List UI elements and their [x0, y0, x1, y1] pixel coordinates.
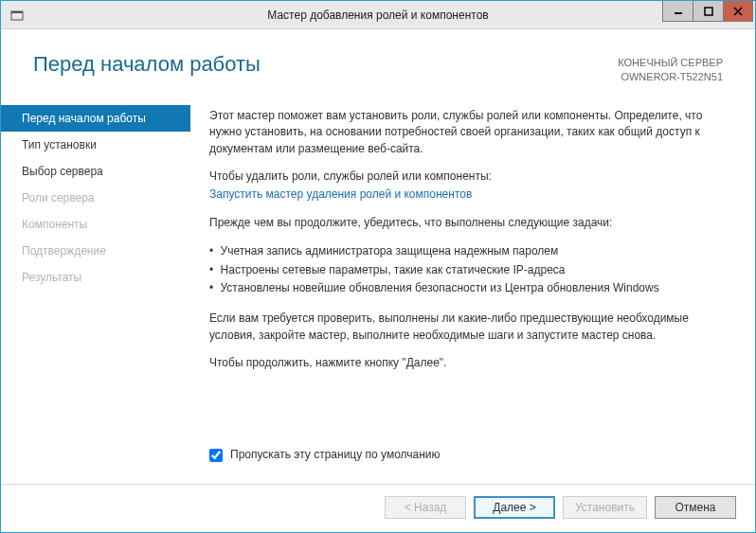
- step-before-you-begin[interactable]: Перед началом работы: [1, 105, 190, 132]
- skip-label: Пропускать эту страницу по умолчанию: [230, 447, 441, 463]
- server-label: КОНЕЧНЫЙ СЕРВЕР: [618, 56, 723, 70]
- sidebar: Перед началом работы Тип установки Выбор…: [1, 94, 190, 484]
- maximize-button[interactable]: [693, 1, 723, 22]
- step-results: Результаты: [1, 264, 190, 291]
- skip-row: Пропускать эту страницу по умолчанию: [209, 447, 723, 463]
- prereq-intro: Прежде чем вы продолжите, убедитесь, что…: [209, 215, 723, 231]
- server-name: OWNEROR-T522N51: [618, 70, 723, 84]
- intro-text: Этот мастер поможет вам установить роли,…: [209, 108, 723, 157]
- step-installation-type[interactable]: Тип установки: [1, 132, 190, 158]
- skip-checkbox[interactable]: [209, 449, 223, 462]
- cancel-button[interactable]: Отмена: [655, 496, 736, 519]
- prereq-item: Настроены сетевые параметры, такие как с…: [209, 261, 723, 279]
- continue-text: Чтобы продолжить, нажмите кнопку "Далее"…: [209, 355, 723, 371]
- minimize-button[interactable]: [662, 1, 693, 22]
- server-info: КОНЕЧНЫЙ СЕРВЕР OWNEROR-T522N51: [618, 56, 723, 85]
- next-button[interactable]: Далее >: [474, 496, 555, 519]
- svg-rect-3: [705, 8, 712, 15]
- svg-rect-1: [11, 11, 23, 13]
- titlebar: Мастер добавления ролей и компонентов: [1, 1, 755, 29]
- prereq-item: Учетная запись администратора защищена н…: [209, 242, 723, 260]
- close-button[interactable]: [723, 1, 753, 22]
- footer: < Назад Далее > Установить Отмена: [1, 484, 755, 532]
- window-title: Мастер добавления ролей и компонентов: [1, 9, 755, 22]
- back-button: < Назад: [385, 496, 466, 519]
- page-title: Перед началом работы: [33, 52, 261, 77]
- content: Этот мастер поможет вам установить роли,…: [190, 94, 755, 484]
- remove-wizard-link[interactable]: Запустить мастер удаления ролей и компон…: [209, 187, 472, 201]
- window-buttons: [662, 1, 755, 28]
- prereq-list: Учетная запись администратора защищена н…: [209, 242, 723, 297]
- step-server-selection[interactable]: Выбор сервера: [1, 158, 190, 185]
- step-server-roles: Роли сервера: [1, 185, 190, 211]
- remove-prefix: Чтобы удалить роли, службы ролей или ком…: [209, 169, 723, 185]
- step-confirmation: Подтверждение: [1, 238, 190, 264]
- app-icon: [9, 7, 26, 24]
- verify-text: Если вам требуется проверить, выполнены …: [209, 311, 723, 344]
- prereq-item: Установлены новейшие обновления безопасн…: [209, 279, 723, 297]
- step-features: Компоненты: [1, 211, 190, 238]
- wizard-body: Перед началом работы Тип установки Выбор…: [1, 94, 755, 484]
- wizard-window: Мастер добавления ролей и компонентов Пе…: [0, 0, 756, 533]
- install-button: Установить: [563, 496, 647, 519]
- wizard-header: Перед началом работы КОНЕЧНЫЙ СЕРВЕР OWN…: [1, 29, 755, 94]
